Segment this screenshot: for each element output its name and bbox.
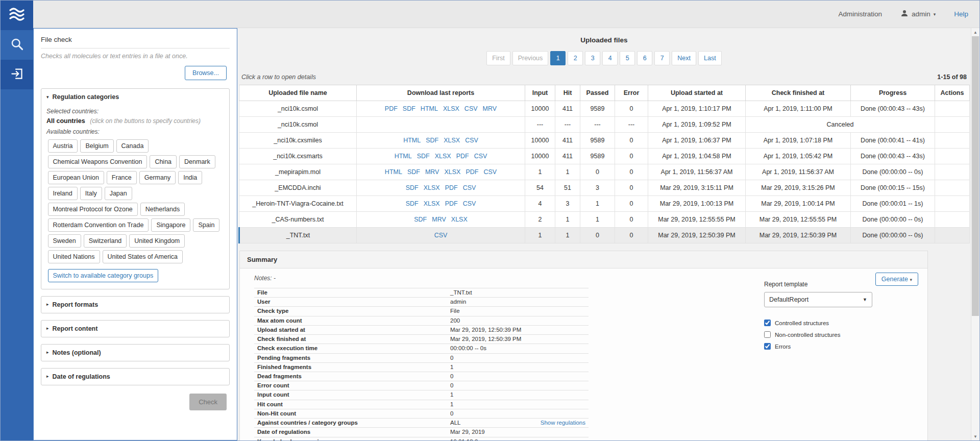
country-chip-montreal-protocol-for-ozone[interactable]: Montreal Protocol for Ozone [48,203,138,216]
file-row[interactable]: _EMCDDA.inchiSDFXLSXPDFCSV545130Mar 29, … [239,180,970,196]
report-option-controlled-structures[interactable]: Controlled structures [764,320,918,326]
report-link-xlsx[interactable]: XLSX [444,137,460,144]
file-row[interactable]: _nci10k.csmolPDFSDFHTMLXLSXCSVMRV1000041… [239,101,970,117]
country-chip-singapore[interactable]: Singapore [151,218,190,232]
pagination-2[interactable]: 2 [568,51,583,65]
country-chip-ireland[interactable]: Ireland [48,187,78,200]
report-option-errors[interactable]: Errors [764,343,918,350]
user-menu[interactable]: admin ▾ [900,9,936,19]
file-row[interactable]: _nci10k.cxsmilesHTMLSDFXLSXCSV1000041195… [239,133,970,149]
generate-button[interactable]: Generate ▾ [875,273,918,286]
country-chip-italy[interactable]: Italy [80,187,102,200]
country-chip-united-nations[interactable]: United Nations [48,250,100,263]
report-link-csv[interactable]: CSV [464,105,478,112]
browse-button[interactable]: Browse... [185,66,227,80]
checkbox-errors[interactable] [764,343,771,350]
report-link-pdf[interactable]: PDF [445,184,458,191]
search-nav[interactable] [1,30,33,60]
country-chip-sweden[interactable]: Sweden [48,234,81,248]
country-chip-netherlands[interactable]: Netherlands [140,203,185,216]
file-row[interactable]: _Heroin-TNT-Viagra-Cocaine.txtSDFXLSXPDF… [239,196,970,212]
country-chip-rotterdam-convention-on-trade[interactable]: Rotterdam Convention on Trade [48,218,149,232]
pagination-1[interactable]: 1 [550,51,566,65]
country-chip-belgium[interactable]: Belgium [80,139,113,153]
report-link-csv[interactable]: CSV [474,153,487,160]
report-link-html[interactable]: HTML [385,168,402,176]
pagination-4[interactable]: 4 [602,51,618,65]
report-link-sdf[interactable]: SDF [426,137,438,144]
file-row[interactable]: _mepirapim.molHTMLSDFMRVXLSXPDFCSV1100Ap… [239,164,970,180]
pagination-7[interactable]: 7 [654,51,670,65]
help-link[interactable]: Help [954,10,968,18]
report-link-html[interactable]: HTML [403,137,421,144]
report-template-select[interactable]: DefaultReport ▼ [764,292,872,307]
report-link-sdf[interactable]: SDF [417,153,430,160]
collapsed-section-report-content[interactable]: ▸Report content [41,320,230,337]
report-link-html[interactable]: HTML [421,105,438,112]
country-chip-germany[interactable]: Germany [139,171,176,184]
report-link-sdf[interactable]: SDF [407,168,420,176]
administration-link[interactable]: Administration [838,10,882,18]
show-regulations-link[interactable]: Show regulations [541,420,585,426]
regulation-categories-header[interactable]: ▾ Regulation categories [41,89,229,105]
report-link-xlsx[interactable]: XLSX [444,168,460,176]
report-option-non-controlled-structures[interactable]: Non-controlled structures [764,331,918,338]
country-chip-canada[interactable]: Canada [116,139,149,153]
country-chip-switzerland[interactable]: Switzerland [84,234,127,248]
report-link-xlsx[interactable]: XLSX [424,200,440,207]
report-link-pdf[interactable]: PDF [445,200,458,207]
report-link-html[interactable]: HTML [395,153,412,160]
scroll-down-icon[interactable]: ▼ [971,432,979,440]
country-chip-india[interactable]: India [178,171,202,184]
scroll-up-icon[interactable]: ▲ [971,28,979,36]
report-link-csv[interactable]: CSV [434,232,448,239]
country-chip-austria[interactable]: Austria [48,139,78,153]
country-chip-france[interactable]: France [107,171,137,184]
country-chip-chemical-weapons-convention[interactable]: Chemical Weapons Convention [48,155,148,168]
check-button[interactable]: Check [189,394,227,410]
pagination-next[interactable]: Next [672,51,696,65]
country-chip-spain[interactable]: Spain [193,218,219,232]
report-link-csv[interactable]: CSV [483,168,497,176]
pagination-3[interactable]: 3 [585,51,600,65]
pagination-6[interactable]: 6 [637,51,652,65]
report-link-csv[interactable]: CSV [465,137,478,144]
vertical-scrollbar[interactable]: ▲ ▼ [971,28,979,440]
report-link-csv[interactable]: CSV [463,184,476,191]
scrollbar-thumb[interactable] [972,36,979,316]
report-link-pdf[interactable]: PDF [465,168,478,176]
report-link-sdf[interactable]: SDF [406,184,419,191]
collapsed-section-report-formats[interactable]: ▸Report formats [41,296,230,313]
country-chip-denmark[interactable]: Denmark [179,155,215,168]
country-chip-european-union[interactable]: European Union [48,171,104,184]
report-link-sdf[interactable]: SDF [406,200,419,207]
report-link-csv[interactable]: CSV [463,200,476,207]
country-chip-united-states-of-america[interactable]: United States of America [103,250,183,263]
report-link-mrv[interactable]: MRV [432,216,446,223]
country-chip-united-kingdom[interactable]: United Kingdom [129,234,185,248]
app-logo[interactable] [1,1,33,30]
pagination-last[interactable]: Last [698,51,722,65]
report-link-mrv[interactable]: MRV [425,168,439,176]
file-row[interactable]: _TNT.txtCSV1100Mar 29, 2019, 12:50:39 PM… [239,228,970,243]
report-link-xlsx[interactable]: XLSX [451,216,468,223]
checkbox-non-controlled-structures[interactable] [764,331,771,338]
report-link-sdf[interactable]: SDF [414,216,427,223]
pagination-5[interactable]: 5 [620,51,635,65]
report-link-mrv[interactable]: MRV [483,105,497,112]
pagination-first[interactable]: First [486,51,510,65]
file-row[interactable]: _nci10k.cxsmartsHTMLSDFXLSXPDFCSV1000041… [239,149,970,164]
collapsed-section-notes-optional[interactable]: ▸Notes (optional) [41,344,230,361]
file-row[interactable]: _CAS-numbers.txtSDFMRVXLSX2110Mar 29, 20… [239,212,970,228]
report-link-pdf[interactable]: PDF [456,153,469,160]
file-row[interactable]: _nci10k.csmol------------Apr 1, 2019, 1:… [239,117,970,133]
report-link-xlsx[interactable]: XLSX [424,184,440,191]
report-link-pdf[interactable]: PDF [385,105,398,112]
pagination-previous[interactable]: Previous [512,51,549,65]
switch-category-groups-button[interactable]: Switch to available category groups [48,269,159,282]
report-link-sdf[interactable]: SDF [403,105,415,112]
report-link-xlsx[interactable]: XLSX [443,105,459,112]
checkbox-controlled-structures[interactable] [764,320,771,326]
file-check-nav[interactable] [1,60,33,89]
country-chip-japan[interactable]: Japan [105,187,132,200]
